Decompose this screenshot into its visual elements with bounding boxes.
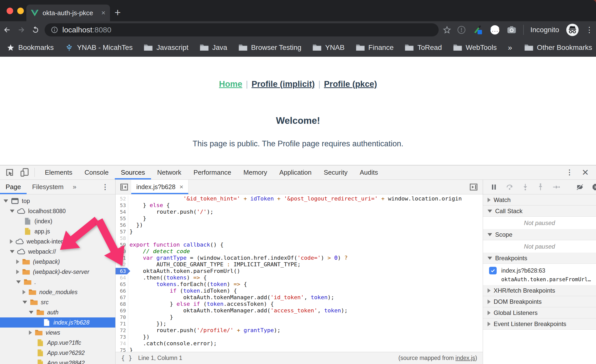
show-debugger-panel-icon[interactable] <box>469 183 483 192</box>
code-line[interactable]: } else if (token.accessToken) { <box>128 301 483 307</box>
step-icon[interactable] <box>552 183 561 191</box>
tree-item[interactable]: webpack-internal:// <box>0 236 115 247</box>
code-line[interactable]: }) <box>128 334 483 340</box>
closed-disclosure-icon[interactable] <box>488 288 491 293</box>
bookmark-item[interactable]: Bookmarks <box>7 44 54 52</box>
step-out-icon[interactable] <box>537 183 544 191</box>
bookmark-item[interactable]: YNAB <box>312 44 344 52</box>
tree-item[interactable]: App.vue?8842 <box>0 358 115 364</box>
line-number[interactable]: 67 <box>116 294 128 301</box>
bookmark-item[interactable]: YNAB - MicahTes <box>65 43 133 52</box>
back-icon[interactable] <box>0 26 14 34</box>
closed-disclosure-icon[interactable] <box>10 239 13 244</box>
line-number[interactable]: 74 <box>116 340 128 347</box>
section-header-xhr-fetch-breakpoints[interactable]: XHR/fetch Breakpoints <box>483 285 596 296</box>
open-disclosure-icon[interactable] <box>29 311 33 314</box>
devtools-tab-sources[interactable]: Sources <box>115 165 151 179</box>
url-bar[interactable]: localhost:8080 <box>45 23 439 36</box>
devtools-tab-audits[interactable]: Audits <box>353 165 384 179</box>
source-map-link[interactable]: index.js <box>455 355 475 361</box>
bookmark-item[interactable]: WebTools <box>453 44 497 52</box>
line-number[interactable]: 69 <box>116 307 128 314</box>
section-header-dom-breakpoints[interactable]: DOM Breakpoints <box>483 296 596 307</box>
open-disclosure-icon[interactable] <box>10 210 14 213</box>
devtools-tab-memory[interactable]: Memory <box>237 165 273 179</box>
navigator-tab-filesystem[interactable]: Filesystem <box>27 180 69 194</box>
bookmark-item[interactable]: Java <box>200 44 227 52</box>
extension-braces-icon[interactable]: {...} <box>490 25 500 35</box>
devtools-tab-application[interactable]: Application <box>273 165 318 179</box>
line-number[interactable]: 61 <box>116 255 128 261</box>
line-number[interactable]: 71 <box>116 320 128 327</box>
tree-item[interactable]: (webpack)-dev-server <box>0 267 115 277</box>
inspect-element-icon[interactable] <box>5 167 15 177</box>
code-line[interactable] <box>128 235 483 241</box>
extension-1password-icon[interactable] <box>457 25 466 34</box>
tree-item[interactable]: (index) <box>0 216 115 226</box>
line-number[interactable]: 73 <box>116 334 128 340</box>
tree-item[interactable]: views <box>0 328 115 338</box>
step-over-icon[interactable] <box>505 183 514 191</box>
editor-tab-close-icon[interactable]: × <box>179 183 183 191</box>
line-number[interactable]: 56 <box>116 222 128 228</box>
code-line[interactable]: '&id_token_hint=' + idToken + '&post_log… <box>128 195 483 202</box>
window-close-button[interactable] <box>7 8 13 14</box>
code-line[interactable]: AUTH_CODE_GRANT_TYPE : IMPLICIT_GRANT_TY… <box>128 261 483 268</box>
hide-navigator-icon[interactable] <box>120 183 129 192</box>
deactivate-breakpoints-icon[interactable] <box>576 183 584 191</box>
code-line[interactable]: } <box>128 347 483 352</box>
code-line[interactable]: .then((tokens) => { <box>128 274 483 281</box>
reload-icon[interactable] <box>28 26 43 34</box>
tree-item[interactable]: App.vue?6292 <box>0 348 115 358</box>
nav-link-profile[interactable]: Profile (pkce) <box>324 79 377 89</box>
code-line[interactable]: router.push('/'); <box>128 209 483 215</box>
line-number[interactable]: 66 <box>116 288 128 294</box>
line-number[interactable]: 64 <box>116 274 128 281</box>
section-header-scope[interactable]: Scope <box>483 229 596 240</box>
section-header-watch[interactable]: Watch <box>483 194 596 206</box>
tree-item[interactable]: app.js <box>0 226 115 236</box>
bookmarks-overflow-icon[interactable]: » <box>508 43 512 52</box>
closed-disclosure-icon[interactable] <box>488 299 491 304</box>
open-disclosure-icon[interactable] <box>488 233 492 236</box>
line-number[interactable]: 75 <box>116 347 128 352</box>
bookmark-item[interactable]: Javascript <box>144 44 188 52</box>
devtools-menu-icon[interactable]: ⋮ <box>566 171 573 174</box>
editor-file-tab[interactable]: index.js?b628 × <box>131 180 189 194</box>
tree-item[interactable]: (webpack) <box>0 257 115 267</box>
bookmark-star-icon[interactable] <box>443 26 451 34</box>
nav-link-profile[interactable]: Profile (implicit) <box>252 79 315 89</box>
section-header-event-listener-breakpoints[interactable]: Event Listener Breakpoints <box>483 318 596 330</box>
code-line[interactable]: export function callback() { <box>128 241 483 248</box>
line-number[interactable]: 62 <box>116 261 128 268</box>
browser-tab[interactable]: okta-auth-js-pkce × <box>26 5 110 21</box>
pause-script-icon[interactable] <box>490 183 498 191</box>
line-number-gutter[interactable]: 5253545556575859606162636465666768697071… <box>116 195 128 352</box>
devtools-tab-performance[interactable]: Performance <box>188 165 237 179</box>
open-disclosure-icon[interactable] <box>4 199 8 203</box>
section-header-call-stack[interactable]: Call Stack <box>483 206 596 217</box>
code-line[interactable]: } <box>128 314 483 320</box>
devtools-tab-console[interactable]: Console <box>78 165 115 179</box>
code-line[interactable]: // detect code <box>128 248 483 255</box>
line-number[interactable]: 68 <box>116 301 128 307</box>
tree-item[interactable]: auth <box>0 307 115 317</box>
line-number[interactable]: 57 <box>116 228 128 235</box>
section-header-breakpoints[interactable]: Breakpoints <box>483 253 596 264</box>
navigator-tab-page[interactable]: Page <box>0 180 27 194</box>
bookmark-item[interactable]: Finance <box>356 44 394 52</box>
browser-menu-icon[interactable]: ⋮ <box>586 28 593 31</box>
code-area[interactable]: 5253545556575859606162636465666768697071… <box>116 194 483 352</box>
code-line[interactable]: oktaAuth.token.parseFromUrl() <box>128 268 483 274</box>
closed-disclosure-icon[interactable] <box>488 322 491 326</box>
line-number[interactable]: 59 <box>116 241 128 248</box>
tree-item[interactable]: index.js?b628 <box>0 317 115 328</box>
closed-disclosure-icon[interactable] <box>29 330 32 335</box>
code-line[interactable]: }); <box>128 320 483 327</box>
code-line[interactable]: } <box>128 215 483 222</box>
line-number[interactable]: 70 <box>116 314 128 320</box>
devtools-tab-elements[interactable]: Elements <box>39 165 78 179</box>
page-info-icon[interactable] <box>51 26 58 34</box>
code-line[interactable]: oktaAuth.tokenManager.add('id_token', to… <box>128 294 483 301</box>
step-into-icon[interactable] <box>522 183 529 191</box>
